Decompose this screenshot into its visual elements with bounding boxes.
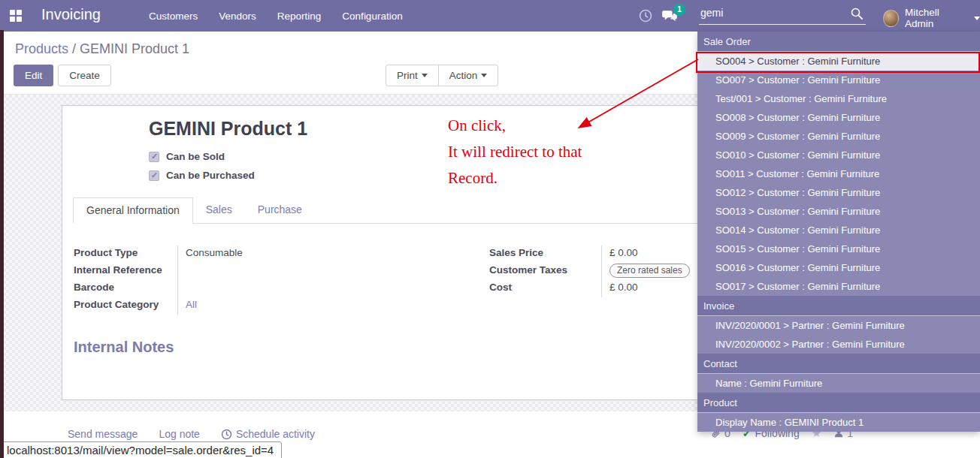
menu-reporting[interactable]: Reporting <box>276 8 323 25</box>
search-result-so007[interactable]: SO007 > Customer : Gemini Furniture <box>697 71 980 89</box>
chatter-actions: Send message Log note Schedule activity <box>68 428 315 440</box>
user-avatar <box>883 10 899 27</box>
field-label-product-type: Product Type <box>74 246 177 263</box>
can-be-sold-checkbox[interactable] <box>149 152 159 162</box>
search-result-so004[interactable]: SO004 > Customer : Gemini Furniture <box>697 52 980 71</box>
chevron-down-icon <box>974 17 980 20</box>
section-header-contact: Contact <box>697 354 980 374</box>
can-be-sold-row: Can be Sold <box>149 151 225 162</box>
menu-customers[interactable]: Customers <box>147 8 199 25</box>
breadcrumb: Products / GEMINI Product 1 <box>15 41 189 57</box>
field-label-product-category: Product Category <box>74 297 177 315</box>
tax-badge[interactable]: Zero rated sales <box>609 264 690 278</box>
activities-clock-icon[interactable] <box>639 9 652 26</box>
search-result-inv-2020-0002[interactable]: INV/2020/0002 > Partner : Gemini Furnitu… <box>697 335 980 354</box>
messages-icon[interactable]: 1 <box>661 10 678 26</box>
search-results-dropdown: Sale Order SO004 > Customer : Gemini Fur… <box>697 32 980 432</box>
search-result-so008[interactable]: SO008 > Customer : Gemini Furniture <box>697 108 980 127</box>
field-value-barcode <box>177 280 523 297</box>
clock-icon <box>221 429 232 440</box>
field-label-internal-reference: Internal Reference <box>74 263 177 280</box>
tab-general-information[interactable]: General Information <box>73 197 193 224</box>
field-value-internal-reference <box>177 263 523 280</box>
field-label-cost: Cost <box>489 280 601 297</box>
search-icon[interactable] <box>851 8 863 23</box>
create-button[interactable]: Create <box>58 65 111 86</box>
action-dropdown-button[interactable]: Action <box>438 65 499 86</box>
section-header-product: Product <box>697 393 980 413</box>
menu-configuration[interactable]: Configuration <box>340 8 404 25</box>
invoicing-app-window: Invoicing Customers Vendors Reporting Co… <box>0 0 980 458</box>
search-result-so011[interactable]: SO011 > Customer : Gemini Furniture <box>697 164 980 183</box>
search-result-contact-gemini[interactable]: Name : Gemini Furniture <box>697 374 980 393</box>
annotation-line-3: Record. <box>448 165 582 191</box>
tab-sales[interactable]: Sales <box>193 197 245 223</box>
app-name[interactable]: Invoicing <box>41 6 101 23</box>
search-result-so012[interactable]: SO012 > Customer : Gemini Furniture <box>697 183 980 202</box>
navbar-menus: Customers Vendors Reporting Configuratio… <box>147 0 404 32</box>
search-result-so009[interactable]: SO009 > Customer : Gemini Furniture <box>697 127 980 146</box>
chevron-down-icon <box>481 74 487 77</box>
search-result-test001[interactable]: Test/001 > Customer : Gemini Furniture <box>697 89 980 108</box>
search-result-so013[interactable]: SO013 > Customer : Gemini Furniture <box>697 202 980 221</box>
user-menu[interactable]: Mitchell Admin <box>883 7 980 29</box>
product-title: GEMINI Product 1 <box>149 118 307 140</box>
search-result-product-gemini[interactable]: Display Name : GEMINI Product 1 <box>697 413 980 432</box>
annotation-line-2: It will redirect to that <box>448 139 582 165</box>
chevron-down-icon <box>422 74 428 77</box>
left-field-group: Product Type Consumable Internal Referen… <box>74 246 523 315</box>
breadcrumb-separator: / <box>68 41 80 56</box>
can-be-sold-label: Can be Sold <box>166 151 225 162</box>
messages-count-badge: 1 <box>673 4 685 16</box>
edit-button[interactable]: Edit <box>14 65 53 86</box>
breadcrumb-products-link[interactable]: Products <box>15 41 68 56</box>
field-value-product-type: Consumable <box>177 246 523 263</box>
search-result-so016[interactable]: SO016 > Customer : Gemini Furniture <box>697 258 980 277</box>
internal-notes-heading: Internal Notes <box>74 339 174 356</box>
annotation-line-1: On click, <box>448 113 582 139</box>
print-dropdown-button[interactable]: Print <box>386 65 439 86</box>
global-search <box>699 3 866 25</box>
annotation-text: On click, It will redirect to that Recor… <box>448 113 582 191</box>
search-result-so015[interactable]: SO015 > Customer : Gemini Furniture <box>697 240 980 258</box>
print-action-group: Print Action <box>386 65 498 86</box>
can-be-purchased-label: Can be Purchased <box>166 170 255 181</box>
field-value-product-category[interactable]: All <box>177 297 523 315</box>
log-note-link[interactable]: Log note <box>159 428 200 440</box>
section-header-sale-order: Sale Order <box>697 32 980 52</box>
can-be-purchased-row: Can be Purchased <box>149 170 255 181</box>
tab-purchase[interactable]: Purchase <box>245 197 315 223</box>
menu-vendors[interactable]: Vendors <box>217 8 258 25</box>
section-header-invoice: Invoice <box>697 296 980 316</box>
search-result-so010[interactable]: SO010 > Customer : Gemini Furniture <box>697 146 980 164</box>
field-label-sales-price: Sales Price <box>489 246 601 263</box>
search-result-inv-2020-0001[interactable]: INV/2020/0001 > Partner : Gemini Furnitu… <box>697 316 980 335</box>
window-edge-strip <box>0 30 4 458</box>
status-bar-url: localhost:8013/mail/view?model=sale.orde… <box>0 441 282 458</box>
send-message-link[interactable]: Send message <box>68 428 138 440</box>
field-label-barcode: Barcode <box>74 280 177 297</box>
search-result-so014[interactable]: SO014 > Customer : Gemini Furniture <box>697 221 980 240</box>
field-label-customer-taxes: Customer Taxes <box>489 263 601 280</box>
search-input[interactable] <box>699 3 842 24</box>
schedule-activity-link[interactable]: Schedule activity <box>221 428 315 440</box>
record-buttons: Edit Create <box>14 65 111 86</box>
search-result-so017[interactable]: SO017 > Customer : Gemini Furniture <box>697 277 980 296</box>
apps-menu-icon[interactable] <box>10 10 22 22</box>
can-be-purchased-checkbox[interactable] <box>149 170 159 181</box>
breadcrumb-current: GEMINI Product 1 <box>80 41 189 56</box>
user-name: Mitchell Admin <box>905 7 964 29</box>
top-navbar: Invoicing Customers Vendors Reporting Co… <box>0 0 980 32</box>
